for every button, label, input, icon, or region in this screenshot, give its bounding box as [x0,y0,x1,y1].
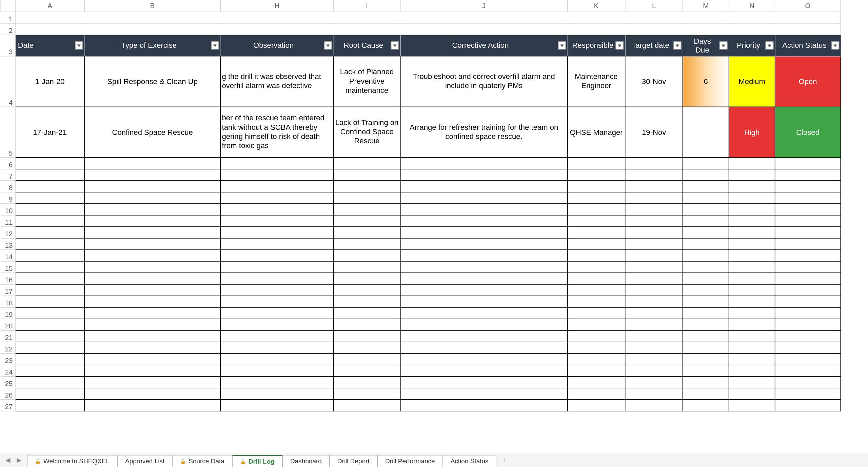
empty-cell[interactable] [625,376,683,388]
empty-cell[interactable] [729,388,775,399]
empty-cell[interactable] [683,388,729,399]
empty-cell[interactable] [220,307,333,319]
empty-cell[interactable] [625,169,683,180]
empty-cell[interactable] [333,249,400,261]
empty-cell[interactable] [400,296,568,307]
empty-cell[interactable] [400,261,568,272]
empty-cell[interactable] [625,272,683,284]
empty-cell[interactable] [729,261,775,272]
empty-cell[interactable] [775,376,841,388]
empty-cell[interactable] [625,157,683,169]
col-header-priority[interactable]: Priority [729,35,775,56]
empty-cell[interactable] [400,353,568,365]
cell-date[interactable]: 1-Jan-20 [15,56,84,107]
filter-dropdown-icon[interactable] [616,41,624,49]
empty-cell[interactable] [729,272,775,284]
empty-cell[interactable] [683,284,729,296]
row-number[interactable]: 14 [0,249,15,261]
empty-cell[interactable] [683,261,729,272]
empty-cell[interactable] [729,376,775,388]
empty-cell[interactable] [333,169,400,180]
empty-cell[interactable] [683,330,729,342]
col-header-target[interactable]: Target date [625,35,683,56]
empty-cell[interactable] [15,203,84,215]
empty-cell[interactable] [568,226,625,238]
row-number[interactable]: 22 [0,342,15,353]
empty-cell[interactable] [568,388,625,399]
empty-cell[interactable] [568,353,625,365]
empty-cell[interactable] [568,307,625,319]
empty-cell[interactable] [568,342,625,353]
column-letter[interactable] [0,0,15,12]
empty-cell[interactable] [84,180,220,192]
empty-cell[interactable] [220,238,333,249]
empty-cell[interactable] [84,399,220,411]
cell-responsible[interactable]: Maintenance Engineer [568,56,625,107]
empty-cell[interactable] [84,272,220,284]
empty-cell[interactable] [400,284,568,296]
empty-cell[interactable] [683,180,729,192]
prev-sheet-button[interactable]: ◀ [5,456,11,464]
spreadsheet-area[interactable]: ABHIJKLMNO 1 2 3 Date Type of Exercise O… [0,0,868,467]
empty-cell[interactable] [568,399,625,411]
empty-cell[interactable] [333,342,400,353]
empty-cell[interactable] [625,192,683,203]
empty-cell[interactable] [729,180,775,192]
empty-cell[interactable] [683,249,729,261]
col-header-days-due[interactable]: Days Due [683,35,729,56]
empty-cell[interactable] [568,215,625,226]
empty-cell[interactable] [400,307,568,319]
empty-cell[interactable] [729,330,775,342]
empty-cell[interactable] [333,157,400,169]
empty-cell[interactable] [84,330,220,342]
empty-cell[interactable] [333,203,400,215]
empty-cell[interactable] [220,399,333,411]
cell-corrective[interactable]: Arrange for refresher training for the t… [400,107,568,158]
filter-dropdown-icon[interactable] [75,41,83,49]
empty-cell[interactable] [220,330,333,342]
empty-cell[interactable] [15,272,84,284]
empty-cell[interactable] [15,169,84,180]
empty-cell[interactable] [683,376,729,388]
empty-cell[interactable] [220,169,333,180]
empty-cell[interactable] [729,296,775,307]
empty-cell[interactable] [220,388,333,399]
empty-cell[interactable] [625,261,683,272]
empty-cell[interactable] [729,226,775,238]
row-number[interactable]: 15 [0,261,15,272]
empty-cell[interactable] [568,169,625,180]
empty-cell[interactable] [333,284,400,296]
row-number[interactable]: 6 [0,157,15,169]
empty-cell[interactable] [333,296,400,307]
empty-cell[interactable] [568,192,625,203]
empty-cell[interactable] [625,215,683,226]
empty-cell[interactable] [568,261,625,272]
filter-dropdown-icon[interactable] [673,41,682,49]
empty-cell[interactable] [15,261,84,272]
empty-cell[interactable] [568,365,625,376]
row-number[interactable]: 5 [0,107,15,158]
cell-corrective[interactable]: Troubleshoot and correct overfill alarm … [400,56,568,107]
empty-cell[interactable] [729,192,775,203]
empty-cell[interactable] [220,272,333,284]
empty-cell[interactable] [333,261,400,272]
empty-cell[interactable] [625,365,683,376]
empty-cell[interactable] [220,249,333,261]
sheet-tab[interactable]: Drill Report [330,455,377,467]
empty-cell[interactable] [683,192,729,203]
empty-cell[interactable] [625,307,683,319]
column-letter[interactable]: O [775,0,841,12]
cell-date[interactable]: 17-Jan-21 [15,107,84,158]
cell-status[interactable]: Open [775,56,841,107]
row-number[interactable]: 7 [0,169,15,180]
empty-cell[interactable] [400,192,568,203]
empty-cell[interactable] [729,365,775,376]
sheet-tab[interactable]: 🔒Drill Log [232,455,282,467]
empty-cell[interactable] [775,296,841,307]
empty-cell[interactable] [775,261,841,272]
empty-cell[interactable] [400,319,568,330]
empty-cell[interactable] [775,238,841,249]
empty-cell[interactable] [15,365,84,376]
empty-cell[interactable] [683,169,729,180]
empty-cell[interactable] [729,215,775,226]
